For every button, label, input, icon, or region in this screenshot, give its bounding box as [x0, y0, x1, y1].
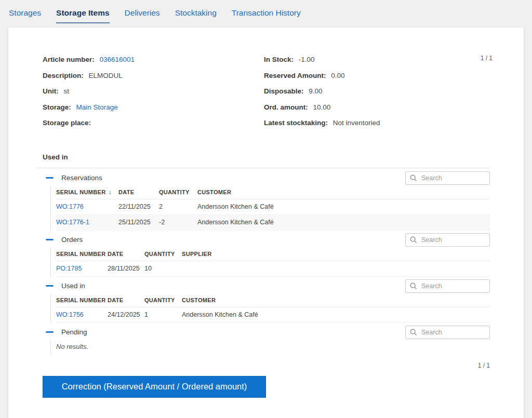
- section-reservations: Reservations SERIAL NUMBER↓ DATE QUANTIT…: [43, 170, 490, 231]
- orders-title-wrap: Orders: [43, 236, 83, 244]
- description-label: Description:: [43, 72, 84, 79]
- used-in-title: Used in: [61, 282, 85, 290]
- reservations-table: SERIAL NUMBER↓ DATE QUANTITY CUSTOMER WO…: [50, 186, 490, 231]
- col-date: DATE: [108, 251, 144, 257]
- col-serial-number: SERIAL NUMBER: [56, 251, 108, 257]
- collapse-icon[interactable]: [46, 331, 54, 333]
- quantity-cell: 10: [144, 265, 182, 272]
- reserved-amount-label: Reserved Amount:: [264, 72, 326, 79]
- used-in-table: SERIAL NUMBER DATE QUANTITY CUSTOMER WO:…: [50, 294, 490, 323]
- detail-in-stock: In Stock: -1.00: [264, 55, 490, 64]
- table-header-row: SERIAL NUMBER DATE QUANTITY CUSTOMER: [56, 294, 490, 307]
- unit-value: st: [64, 87, 70, 95]
- reservations-search: [405, 171, 490, 185]
- col-serial-number: SERIAL NUMBER: [56, 297, 108, 303]
- section-divider: [36, 168, 490, 168]
- search-input[interactable]: [421, 282, 485, 290]
- correction-button[interactable]: Correction (Reserved Amount / Ordered am…: [43, 376, 266, 398]
- detail-reserved-amount: Reserved Amount: 0.00: [264, 71, 490, 80]
- reservations-title: Reservations: [61, 174, 102, 182]
- details-left-column: Article number: 036616001 Description: E…: [43, 55, 264, 134]
- orders-header: Orders: [43, 232, 490, 248]
- serial-number-link[interactable]: PO:1785: [56, 265, 82, 272]
- search-input[interactable]: [421, 174, 485, 182]
- section-pending: Pending No results.: [43, 325, 490, 355]
- orders-search: [405, 233, 490, 247]
- pending-title-wrap: Pending: [43, 328, 87, 336]
- section-used-in: Used in SERIAL NUMBER DATE QUANTITY CUST…: [43, 278, 490, 323]
- serial-number-link[interactable]: WO:1756: [56, 311, 84, 318]
- collapse-icon[interactable]: [46, 239, 54, 240]
- col-date: DATE: [108, 297, 144, 303]
- table-row: WO:1756 24/12/2025 1 Andersson Kitchen &…: [56, 307, 490, 323]
- description-value: ELMODUL: [89, 72, 123, 79]
- used-in-search: [405, 279, 490, 293]
- detail-ord-amount: Ord. amount: 10.00: [264, 102, 490, 112]
- in-stock-label: In Stock:: [264, 56, 294, 63]
- quantity-cell: 2: [159, 203, 197, 210]
- search-input[interactable]: [421, 329, 485, 336]
- storage-label: Storage:: [43, 103, 71, 111]
- ord-amount-label: Ord. amount:: [264, 103, 308, 111]
- col-customer: CUSTOMER: [197, 189, 490, 195]
- article-details: Article number: 036616001 Description: E…: [43, 55, 490, 134]
- storage-link[interactable]: Main Storage: [76, 103, 118, 111]
- pagination-bottom: 1 / 1: [43, 362, 490, 369]
- disposable-label: Disposable:: [264, 87, 304, 95]
- collapse-icon[interactable]: [46, 177, 54, 179]
- article-number-label: Article number:: [43, 56, 95, 63]
- used-in-section-header: Used in: [43, 278, 490, 294]
- detail-article-number: Article number: 036616001: [43, 55, 264, 64]
- sort-desc-icon[interactable]: ↓: [108, 188, 111, 196]
- unit-label: Unit:: [43, 87, 59, 95]
- quantity-cell: -2: [159, 219, 197, 226]
- pending-header: Pending: [43, 325, 490, 340]
- date-cell: 22/11/2025: [118, 203, 159, 210]
- details-right-column: In Stock: -1.00 Reserved Amount: 0.00 Di…: [264, 55, 490, 134]
- used-in-heading: Used in: [43, 153, 490, 161]
- customer-cell: Andersson Kitchen & Café: [182, 311, 490, 318]
- table-header-row: SERIAL NUMBER DATE QUANTITY SUPPLIER: [56, 248, 490, 261]
- search-input[interactable]: [421, 236, 485, 244]
- tab-deliveries[interactable]: Deliveries: [125, 8, 160, 23]
- detail-disposable: Disposable: 9.00: [264, 86, 490, 96]
- orders-table: SERIAL NUMBER DATE QUANTITY SUPPLIER PO:…: [50, 248, 490, 277]
- reserved-amount-value: 0.00: [331, 72, 344, 79]
- latest-stocktaking-value: Not inventoried: [333, 119, 380, 127]
- detail-storage: Storage: Main Storage: [43, 102, 264, 112]
- col-quantity: QUANTITY: [144, 251, 182, 257]
- ord-amount-value: 10.00: [313, 103, 331, 111]
- storage-item-card: 1 / 1 Article number: 036616001 Descript…: [8, 28, 524, 418]
- in-stock-value: -1.00: [299, 56, 315, 63]
- article-number-link[interactable]: 036616001: [100, 56, 135, 63]
- quantity-cell: 1: [144, 311, 182, 318]
- pagination-top: 1 / 1: [481, 55, 493, 62]
- date-cell: 28/11/2025: [108, 265, 144, 272]
- col-serial-number: SERIAL NUMBER↓: [56, 188, 118, 196]
- latest-stocktaking-label: Latest stocktaking:: [264, 119, 328, 127]
- pending-empty-wrap: No results.: [50, 340, 490, 355]
- tab-bar: Storages Storage Items Deliveries Stockt…: [0, 0, 532, 23]
- col-quantity: QUANTITY: [159, 189, 197, 195]
- detail-storage-place: Storage place:: [43, 118, 264, 128]
- search-icon: [410, 282, 417, 290]
- tab-storage-items[interactable]: Storage Items: [56, 8, 110, 23]
- orders-title: Orders: [61, 236, 83, 244]
- date-cell: 24/12/2025: [108, 311, 144, 318]
- search-icon: [410, 174, 417, 182]
- col-supplier: SUPPLIER: [182, 251, 490, 257]
- date-cell: 25/11/2025: [118, 219, 159, 226]
- serial-number-link[interactable]: WO:1776: [56, 203, 84, 210]
- pending-title: Pending: [61, 328, 87, 336]
- tab-storages[interactable]: Storages: [9, 8, 41, 23]
- tab-transaction-history[interactable]: Transaction History: [232, 8, 301, 23]
- tab-stocktaking[interactable]: Stocktaking: [175, 8, 217, 23]
- col-quantity: QUANTITY: [144, 297, 182, 303]
- customer-cell: Andersson Kitchen & Café: [197, 219, 490, 226]
- search-icon: [410, 329, 417, 336]
- table-row: WO:1776-1 25/11/2025 -2 Andersson Kitche…: [56, 215, 490, 231]
- serial-number-link[interactable]: WO:1776-1: [56, 219, 89, 226]
- table-header-row: SERIAL NUMBER↓ DATE QUANTITY CUSTOMER: [56, 186, 490, 199]
- collapse-icon[interactable]: [46, 285, 54, 287]
- col-date: DATE: [118, 189, 159, 195]
